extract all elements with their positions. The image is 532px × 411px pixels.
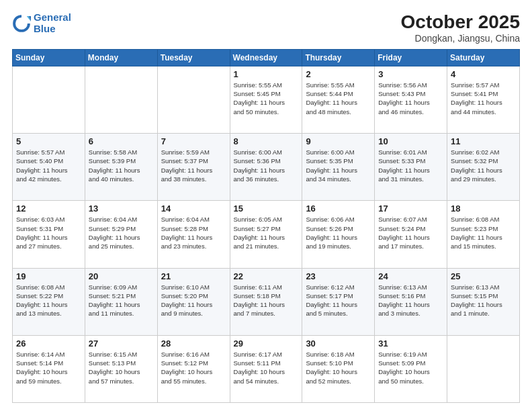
day-number: 19 xyxy=(16,271,81,281)
col-thursday: Thursday xyxy=(302,49,375,66)
logo-icon xyxy=(12,14,31,33)
table-cell: 29Sunrise: 6:17 AM Sunset: 5:11 PM Dayli… xyxy=(230,335,302,402)
day-number: 24 xyxy=(378,271,443,281)
col-wednesday: Wednesday xyxy=(230,49,302,66)
day-info: Sunrise: 6:08 AM Sunset: 5:22 PM Dayligh… xyxy=(16,283,81,318)
day-info: Sunrise: 6:00 AM Sunset: 5:36 PM Dayligh… xyxy=(234,148,299,183)
table-cell xyxy=(157,66,230,133)
day-number: 26 xyxy=(16,338,81,349)
day-number: 12 xyxy=(16,203,81,214)
table-cell: 15Sunrise: 6:05 AM Sunset: 5:27 PM Dayli… xyxy=(230,201,302,268)
day-info: Sunrise: 5:58 AM Sunset: 5:39 PM Dayligh… xyxy=(89,148,154,183)
day-number: 7 xyxy=(161,136,226,146)
day-number: 2 xyxy=(306,69,371,79)
day-number: 8 xyxy=(234,136,299,146)
table-cell: 19Sunrise: 6:08 AM Sunset: 5:22 PM Dayli… xyxy=(13,268,85,335)
day-number: 10 xyxy=(378,136,443,146)
table-cell xyxy=(13,66,85,133)
table-cell: 24Sunrise: 6:13 AM Sunset: 5:16 PM Dayli… xyxy=(375,268,447,335)
table-cell: 12Sunrise: 6:03 AM Sunset: 5:31 PM Dayli… xyxy=(13,201,85,268)
table-cell: 1Sunrise: 5:55 AM Sunset: 5:45 PM Daylig… xyxy=(230,66,302,133)
table-cell: 20Sunrise: 6:09 AM Sunset: 5:21 PM Dayli… xyxy=(85,268,157,335)
day-info: Sunrise: 6:07 AM Sunset: 5:24 PM Dayligh… xyxy=(378,215,443,250)
day-info: Sunrise: 6:18 AM Sunset: 5:10 PM Dayligh… xyxy=(306,350,371,385)
day-info: Sunrise: 6:09 AM Sunset: 5:21 PM Dayligh… xyxy=(89,283,154,318)
week-row-2: 5Sunrise: 5:57 AM Sunset: 5:40 PM Daylig… xyxy=(13,134,520,201)
table-cell: 27Sunrise: 6:15 AM Sunset: 5:13 PM Dayli… xyxy=(85,335,157,402)
col-monday: Monday xyxy=(85,49,157,66)
table-cell: 21Sunrise: 6:10 AM Sunset: 5:20 PM Dayli… xyxy=(157,268,230,335)
day-number: 22 xyxy=(234,271,299,281)
day-number: 9 xyxy=(306,136,371,146)
day-info: Sunrise: 6:04 AM Sunset: 5:28 PM Dayligh… xyxy=(161,215,226,250)
calendar-table: Sunday Monday Tuesday Wednesday Thursday… xyxy=(12,49,520,403)
day-number: 6 xyxy=(89,136,154,146)
day-number: 1 xyxy=(234,69,299,79)
day-info: Sunrise: 6:13 AM Sunset: 5:16 PM Dayligh… xyxy=(378,283,443,318)
table-cell: 11Sunrise: 6:02 AM Sunset: 5:32 PM Dayli… xyxy=(447,134,520,201)
day-number: 11 xyxy=(451,136,516,146)
day-number: 30 xyxy=(306,338,371,349)
table-cell: 25Sunrise: 6:13 AM Sunset: 5:15 PM Dayli… xyxy=(447,268,520,335)
day-info: Sunrise: 6:13 AM Sunset: 5:15 PM Dayligh… xyxy=(451,283,516,318)
col-saturday: Saturday xyxy=(447,49,520,66)
week-row-3: 12Sunrise: 6:03 AM Sunset: 5:31 PM Dayli… xyxy=(13,201,520,268)
table-cell: 13Sunrise: 6:04 AM Sunset: 5:29 PM Dayli… xyxy=(85,201,157,268)
day-info: Sunrise: 5:56 AM Sunset: 5:43 PM Dayligh… xyxy=(378,81,443,116)
day-number: 25 xyxy=(451,271,516,281)
table-cell: 5Sunrise: 5:57 AM Sunset: 5:40 PM Daylig… xyxy=(13,134,85,201)
day-number: 14 xyxy=(161,203,226,214)
table-cell xyxy=(85,66,157,133)
day-number: 17 xyxy=(378,203,443,214)
day-number: 20 xyxy=(89,271,154,281)
table-cell: 30Sunrise: 6:18 AM Sunset: 5:10 PM Dayli… xyxy=(302,335,375,402)
col-sunday: Sunday xyxy=(13,49,85,66)
day-number: 16 xyxy=(306,203,371,214)
title-block: October 2025 Dongkan, Jiangsu, China xyxy=(401,12,520,44)
day-info: Sunrise: 5:57 AM Sunset: 5:40 PM Dayligh… xyxy=(16,148,81,183)
table-cell: 8Sunrise: 6:00 AM Sunset: 5:36 PM Daylig… xyxy=(230,134,302,201)
col-tuesday: Tuesday xyxy=(157,49,230,66)
table-cell: 2Sunrise: 5:55 AM Sunset: 5:44 PM Daylig… xyxy=(302,66,375,133)
logo: General Blue xyxy=(12,12,71,34)
table-cell: 31Sunrise: 6:19 AM Sunset: 5:09 PM Dayli… xyxy=(375,335,447,402)
day-info: Sunrise: 6:17 AM Sunset: 5:11 PM Dayligh… xyxy=(234,350,299,385)
header-row: Sunday Monday Tuesday Wednesday Thursday… xyxy=(13,49,520,66)
day-info: Sunrise: 6:10 AM Sunset: 5:20 PM Dayligh… xyxy=(161,283,226,318)
day-info: Sunrise: 6:03 AM Sunset: 5:31 PM Dayligh… xyxy=(16,215,81,250)
day-number: 5 xyxy=(16,136,81,146)
calendar-title: October 2025 xyxy=(401,12,520,33)
table-cell: 28Sunrise: 6:16 AM Sunset: 5:12 PM Dayli… xyxy=(157,335,230,402)
logo-blue: Blue xyxy=(34,23,56,34)
day-info: Sunrise: 6:00 AM Sunset: 5:35 PM Dayligh… xyxy=(306,148,371,183)
calendar-subtitle: Dongkan, Jiangsu, China xyxy=(401,33,520,44)
day-info: Sunrise: 6:19 AM Sunset: 5:09 PM Dayligh… xyxy=(378,350,443,385)
day-info: Sunrise: 5:59 AM Sunset: 5:37 PM Dayligh… xyxy=(161,148,226,183)
day-number: 23 xyxy=(306,271,371,281)
table-cell: 16Sunrise: 6:06 AM Sunset: 5:26 PM Dayli… xyxy=(302,201,375,268)
day-number: 3 xyxy=(378,69,443,79)
day-info: Sunrise: 6:02 AM Sunset: 5:32 PM Dayligh… xyxy=(451,148,516,183)
header: General Blue October 2025 Dongkan, Jiang… xyxy=(12,12,520,44)
table-cell: 6Sunrise: 5:58 AM Sunset: 5:39 PM Daylig… xyxy=(85,134,157,201)
day-info: Sunrise: 6:06 AM Sunset: 5:26 PM Dayligh… xyxy=(306,215,371,250)
table-cell: 18Sunrise: 6:08 AM Sunset: 5:23 PM Dayli… xyxy=(447,201,520,268)
table-cell: 17Sunrise: 6:07 AM Sunset: 5:24 PM Dayli… xyxy=(375,201,447,268)
day-number: 4 xyxy=(451,69,516,79)
table-cell: 7Sunrise: 5:59 AM Sunset: 5:37 PM Daylig… xyxy=(157,134,230,201)
table-cell: 10Sunrise: 6:01 AM Sunset: 5:33 PM Dayli… xyxy=(375,134,447,201)
day-info: Sunrise: 6:12 AM Sunset: 5:17 PM Dayligh… xyxy=(306,283,371,318)
day-info: Sunrise: 5:55 AM Sunset: 5:45 PM Dayligh… xyxy=(234,81,299,116)
table-cell: 9Sunrise: 6:00 AM Sunset: 5:35 PM Daylig… xyxy=(302,134,375,201)
week-row-4: 19Sunrise: 6:08 AM Sunset: 5:22 PM Dayli… xyxy=(13,268,520,335)
day-info: Sunrise: 6:01 AM Sunset: 5:33 PM Dayligh… xyxy=(378,148,443,183)
table-cell: 23Sunrise: 6:12 AM Sunset: 5:17 PM Dayli… xyxy=(302,268,375,335)
day-info: Sunrise: 6:16 AM Sunset: 5:12 PM Dayligh… xyxy=(161,350,226,385)
week-row-1: 1Sunrise: 5:55 AM Sunset: 5:45 PM Daylig… xyxy=(13,66,520,133)
col-friday: Friday xyxy=(375,49,447,66)
day-info: Sunrise: 6:08 AM Sunset: 5:23 PM Dayligh… xyxy=(451,215,516,250)
day-info: Sunrise: 6:14 AM Sunset: 5:14 PM Dayligh… xyxy=(16,350,81,385)
week-row-5: 26Sunrise: 6:14 AM Sunset: 5:14 PM Dayli… xyxy=(13,335,520,402)
day-number: 21 xyxy=(161,271,226,281)
page: General Blue October 2025 Dongkan, Jiang… xyxy=(0,0,532,411)
